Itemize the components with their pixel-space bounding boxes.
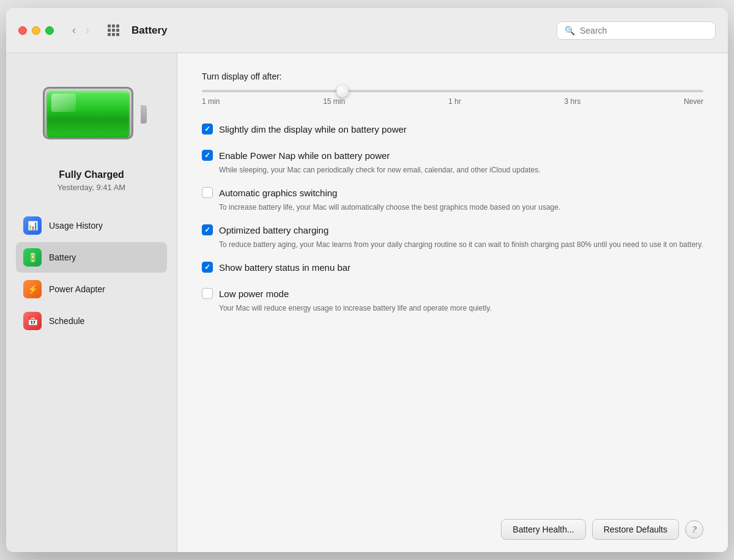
battery-health-button[interactable]: Battery Health...	[501, 519, 585, 540]
app-window: ‹ › Battery 🔍	[6, 8, 728, 552]
sidebar-nav: 📊 Usage History 🔋 Battery ⚡ Power Adapte…	[16, 210, 167, 336]
sidebar-item-usage-history[interactable]: 📊 Usage History	[16, 210, 167, 241]
option-label-showstatus: Show battery status in menu bar	[219, 261, 350, 274]
usage-history-icon: 📊	[23, 216, 42, 235]
slider-label-3hrs: 3 hrs	[564, 97, 580, 106]
checkbox-dim-display[interactable]	[202, 123, 213, 134]
sidebar-item-label-battery: Battery	[49, 252, 76, 262]
battery-body	[43, 87, 133, 139]
battery-icon-container	[37, 72, 147, 157]
slider-label-1min: 1 min	[202, 97, 220, 106]
option-label-lowpower: Low power mode	[219, 287, 289, 300]
option-desc-autographics: To increase battery life, your Mac will …	[219, 202, 703, 213]
option-label-optimized: Optimized battery charging	[219, 224, 328, 237]
minimize-button[interactable]	[32, 26, 40, 35]
option-row-showstatus: Show battery status in menu bar	[202, 261, 703, 274]
sidebar: Fully Charged Yesterday, 9:41 AM 📊 Usage…	[6, 53, 177, 552]
battery-fill	[46, 90, 130, 138]
traffic-lights	[18, 26, 54, 35]
option-row-powernap: Enable Power Nap while on battery power	[202, 149, 703, 162]
grid-icon[interactable]	[108, 24, 119, 36]
sidebar-item-label-schedule: Schedule	[49, 316, 84, 326]
option-label-autographics: Automatic graphics switching	[219, 186, 337, 199]
sidebar-item-label-power: Power Adapter	[49, 284, 105, 294]
bottom-buttons: Battery Health... Restore Defaults ?	[202, 507, 703, 540]
option-group-powernap: Enable Power Nap while on battery power …	[202, 149, 703, 175]
slider-track-container	[202, 90, 703, 92]
option-group-optimized: Optimized battery charging To reduce bat…	[202, 224, 703, 250]
search-box[interactable]: 🔍	[557, 21, 716, 40]
option-group-autographics: Automatic graphics switching To increase…	[202, 186, 703, 213]
help-button[interactable]: ?	[685, 520, 703, 539]
battery-terminal	[141, 105, 147, 123]
checkbox-show-status[interactable]	[202, 262, 213, 273]
battery-graphic	[43, 87, 141, 142]
option-desc-lowpower: Your Mac will reduce energy usage to inc…	[219, 303, 703, 314]
sidebar-item-label-usage: Usage History	[49, 221, 103, 230]
slider-label: Turn display off after:	[202, 72, 703, 81]
sidebar-item-battery[interactable]: 🔋 Battery	[16, 242, 167, 273]
slider-labels: 1 min 15 min 1 hr 3 hrs Never	[202, 97, 703, 106]
option-row-dim: Slightly dim the display while on batter…	[202, 123, 703, 136]
battery-status-label: Fully Charged	[59, 169, 124, 180]
option-label-powernap: Enable Power Nap while on battery power	[219, 149, 390, 162]
close-button[interactable]	[18, 26, 27, 35]
window-title: Battery	[132, 24, 547, 37]
slider-track	[202, 90, 703, 92]
battery-shine	[51, 94, 76, 112]
nav-buttons: ‹ ›	[69, 21, 93, 39]
battery-status-time: Yesterday, 9:41 AM	[57, 183, 125, 192]
option-group-dim: Slightly dim the display while on batter…	[202, 123, 703, 138]
checkbox-low-power[interactable]	[202, 288, 213, 299]
schedule-icon: 📅	[23, 312, 42, 330]
sidebar-item-schedule[interactable]: 📅 Schedule	[16, 306, 167, 336]
titlebar: ‹ › Battery 🔍	[6, 8, 728, 53]
content-panel: Turn display off after: 1 min 15 min 1 h…	[177, 53, 728, 552]
battery-icon: 🔋	[23, 248, 42, 267]
option-desc-optimized: To reduce battery aging, your Mac learns…	[219, 239, 703, 250]
checkbox-auto-graphics[interactable]	[202, 187, 213, 198]
option-row-autographics: Automatic graphics switching	[202, 186, 703, 199]
main-content: Fully Charged Yesterday, 9:41 AM 📊 Usage…	[6, 53, 728, 552]
option-group-lowpower: Low power mode Your Mac will reduce ener…	[202, 287, 703, 314]
checkbox-optimized-charging[interactable]	[202, 224, 213, 235]
slider-label-1hr: 1 hr	[448, 97, 461, 106]
slider-label-never: Never	[684, 97, 703, 106]
sidebar-item-power-adapter[interactable]: ⚡ Power Adapter	[16, 274, 167, 304]
search-icon: 🔍	[565, 26, 575, 35]
slider-section: Turn display off after: 1 min 15 min 1 h…	[202, 72, 703, 106]
option-desc-powernap: While sleeping, your Mac can periodicall…	[219, 164, 703, 175]
option-row-optimized: Optimized battery charging	[202, 224, 703, 237]
maximize-button[interactable]	[45, 26, 54, 35]
option-label-dim: Slightly dim the display while on batter…	[219, 123, 407, 136]
checkbox-power-nap[interactable]	[202, 150, 213, 161]
slider-label-15min: 15 min	[323, 97, 345, 106]
option-group-showstatus: Show battery status in menu bar	[202, 261, 703, 276]
power-adapter-icon: ⚡	[23, 280, 42, 298]
search-input[interactable]	[580, 26, 708, 35]
restore-defaults-button[interactable]: Restore Defaults	[592, 519, 679, 540]
option-row-lowpower: Low power mode	[202, 287, 703, 300]
back-button[interactable]: ‹	[69, 21, 80, 39]
slider-thumb[interactable]	[336, 85, 349, 97]
forward-button[interactable]: ›	[82, 21, 93, 39]
